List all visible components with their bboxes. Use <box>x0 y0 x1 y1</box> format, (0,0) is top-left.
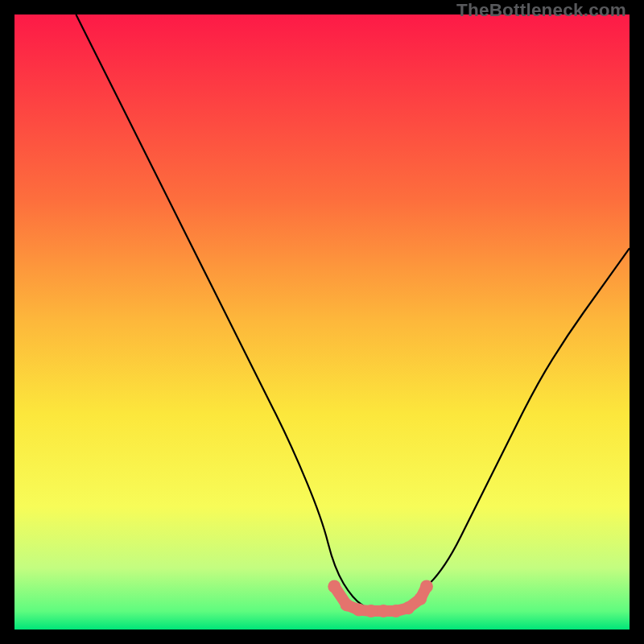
gradient-background <box>14 14 630 630</box>
optimal-range-dot <box>377 605 390 617</box>
watermark-text: TheBottleneck.com <box>456 0 626 21</box>
optimal-range-dot <box>420 580 433 593</box>
optimal-range-dot <box>365 605 378 617</box>
chart-frame <box>14 14 630 630</box>
optimal-range-dot <box>341 598 353 611</box>
optimal-range-dot <box>414 592 427 605</box>
optimal-range-dot <box>328 580 341 593</box>
optimal-range-dot <box>353 604 365 617</box>
bottleneck-chart <box>14 14 630 630</box>
optimal-range-dot <box>402 601 415 614</box>
optimal-range-dot <box>390 605 402 617</box>
